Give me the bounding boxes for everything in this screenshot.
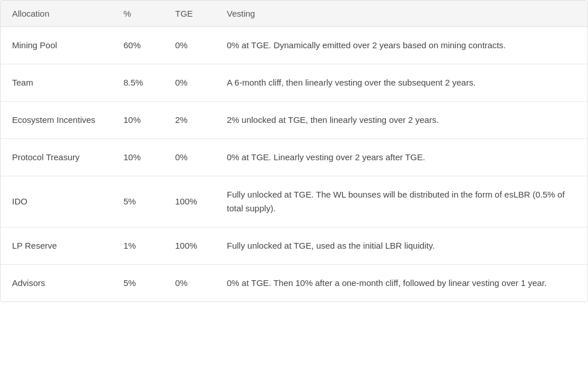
cell-percent-2: 10%	[112, 102, 164, 139]
cell-tge-5: 100%	[164, 227, 215, 265]
header-tge: TGE	[164, 1, 215, 27]
header-allocation: Allocation	[1, 1, 112, 27]
table-row: Advisors5%0%0% at TGE. Then 10% after a …	[1, 265, 587, 302]
cell-allocation-0: Mining Pool	[1, 27, 112, 64]
cell-vesting-4: Fully unlocked at TGE. The WL bounses wi…	[215, 176, 587, 227]
cell-tge-1: 0%	[164, 64, 215, 102]
table-row: Mining Pool60%0%0% at TGE. Dynamically e…	[1, 27, 587, 64]
table-row: Protocol Treasury10%0%0% at TGE. Linearl…	[1, 139, 587, 176]
cell-vesting-2: 2% unlocked at TGE, then linearly vestin…	[215, 102, 587, 139]
cell-vesting-5: Fully unlocked at TGE, used as the initi…	[215, 227, 587, 265]
cell-percent-1: 8.5%	[112, 64, 164, 102]
cell-allocation-4: IDO	[1, 176, 112, 227]
allocation-table-container: Allocation % TGE Vesting Mining Pool60%0…	[0, 0, 588, 302]
table-row: Ecosystem Incentives10%2%2% unlocked at …	[1, 102, 587, 139]
cell-vesting-0: 0% at TGE. Dynamically emitted over 2 ye…	[215, 27, 587, 64]
table-row: Team8.5%0%A 6-month cliff, then linearly…	[1, 64, 587, 102]
table-header-row: Allocation % TGE Vesting	[1, 1, 587, 27]
cell-allocation-5: LP Reserve	[1, 227, 112, 265]
cell-vesting-6: 0% at TGE. Then 10% after a one-month cl…	[215, 265, 587, 302]
cell-allocation-6: Advisors	[1, 265, 112, 302]
cell-percent-5: 1%	[112, 227, 164, 265]
cell-tge-0: 0%	[164, 27, 215, 64]
cell-allocation-2: Ecosystem Incentives	[1, 102, 112, 139]
cell-vesting-3: 0% at TGE. Linearly vesting over 2 years…	[215, 139, 587, 176]
cell-percent-3: 10%	[112, 139, 164, 176]
cell-tge-3: 0%	[164, 139, 215, 176]
cell-percent-0: 60%	[112, 27, 164, 64]
cell-allocation-1: Team	[1, 64, 112, 102]
allocation-table: Allocation % TGE Vesting Mining Pool60%0…	[1, 1, 587, 302]
cell-percent-6: 5%	[112, 265, 164, 302]
table-row: LP Reserve1%100%Fully unlocked at TGE, u…	[1, 227, 587, 265]
cell-percent-4: 5%	[112, 176, 164, 227]
cell-allocation-3: Protocol Treasury	[1, 139, 112, 176]
table-body: Mining Pool60%0%0% at TGE. Dynamically e…	[1, 27, 587, 302]
table-row: IDO5%100%Fully unlocked at TGE. The WL b…	[1, 176, 587, 227]
header-percent: %	[112, 1, 164, 27]
cell-vesting-1: A 6-month cliff, then linearly vesting o…	[215, 64, 587, 102]
cell-tge-4: 100%	[164, 176, 215, 227]
cell-tge-6: 0%	[164, 265, 215, 302]
header-vesting: Vesting	[215, 1, 587, 27]
cell-tge-2: 2%	[164, 102, 215, 139]
